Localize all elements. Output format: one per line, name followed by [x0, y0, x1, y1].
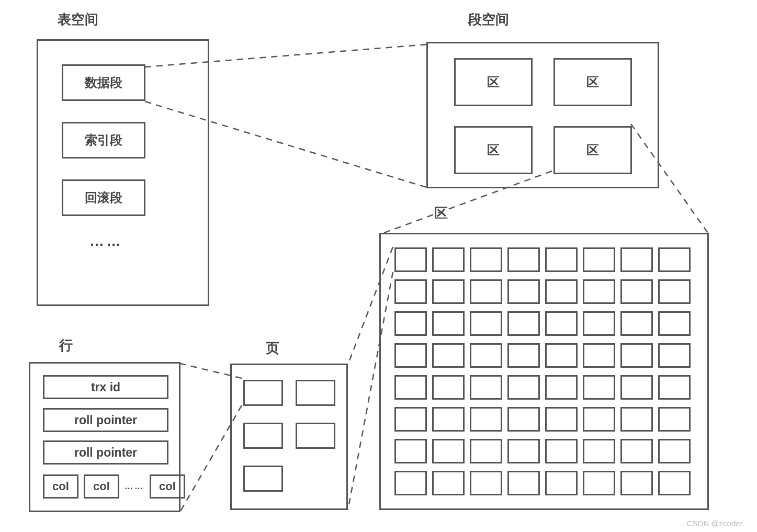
segmentspace-grid: 区 区 区 区: [454, 58, 632, 174]
extent-page-cell: [394, 375, 427, 400]
extent-page-cell: [658, 375, 691, 400]
extent-page-cell: [394, 471, 427, 495]
page-cell: [296, 423, 335, 449]
extent-page-cell: [432, 311, 465, 336]
extent-page-cell: [507, 439, 540, 463]
tablespace-segment-data: 数据段: [62, 64, 145, 101]
page-cell: [243, 423, 283, 449]
extent-page-cell: [507, 247, 540, 272]
extent-page-cell: [658, 279, 691, 304]
extent-page-cell: [583, 407, 615, 432]
extent-title: 区: [434, 204, 448, 222]
extent-page-cell: [394, 279, 427, 304]
row-col-ellipsis: ……: [125, 482, 144, 491]
segmentspace-cell: 区: [454, 58, 533, 106]
extent-page-cell: [620, 375, 653, 400]
tablespace-ellipsis: ……: [89, 233, 123, 250]
extent-page-cell: [545, 407, 578, 432]
extent-page-cell: [658, 343, 691, 368]
extent-page-cell: [507, 279, 540, 304]
extent-page-cell: [583, 247, 615, 272]
extent-page-cell: [507, 375, 540, 400]
extent-page-cell: [583, 375, 615, 400]
extent-page-cell: [583, 311, 615, 336]
row-col: col: [150, 474, 185, 499]
extent-page-cell: [620, 247, 653, 272]
extent-page-cell: [470, 471, 502, 495]
extent-page-cell: [545, 343, 578, 368]
extent-page-cell: [583, 471, 615, 495]
extent-page-cell: [432, 247, 465, 272]
extent-page-cell: [394, 311, 427, 336]
extent-page-cell: [583, 439, 615, 463]
page-title: 页: [266, 339, 279, 357]
extent-page-cell: [394, 343, 427, 368]
extent-page-cell: [394, 247, 427, 272]
extent-page-cell: [658, 311, 691, 336]
extent-page-cell: [658, 471, 691, 495]
extent-page-cell: [394, 407, 427, 432]
row-cols-row: col col …… col: [43, 474, 185, 499]
extent-page-cell: [470, 343, 502, 368]
segmentspace-cell: 区: [553, 126, 632, 174]
extent-page-cell: [583, 279, 615, 304]
extent-container: [379, 233, 709, 510]
tablespace-container: 数据段 索引段 回滚段 ……: [37, 39, 209, 306]
extent-page-cell: [658, 247, 691, 272]
extent-page-cell: [620, 407, 653, 432]
page-cell: [243, 380, 283, 406]
row-container: trx id roll pointer roll pointer col col…: [29, 362, 180, 512]
row-field-rollpointer2: roll pointer: [43, 440, 168, 465]
segmentspace-container: 区 区 区 区: [426, 42, 659, 188]
extent-page-cell: [583, 343, 615, 368]
extent-page-cell: [507, 311, 540, 336]
extent-page-cell: [620, 439, 653, 463]
extent-page-cell: [470, 407, 502, 432]
extent-page-cell: [620, 311, 653, 336]
page-cell: [296, 380, 335, 406]
extent-pages-grid: [394, 247, 691, 495]
extent-page-cell: [658, 439, 691, 463]
tablespace-title: 表空间: [58, 10, 98, 29]
extent-page-cell: [432, 471, 465, 495]
extent-page-cell: [432, 279, 465, 304]
extent-page-cell: [432, 343, 465, 368]
extent-page-cell: [545, 279, 578, 304]
page-container: [230, 364, 348, 510]
row-field-rollpointer1: roll pointer: [43, 408, 168, 432]
extent-page-cell: [620, 471, 653, 495]
extent-page-cell: [620, 343, 653, 368]
extent-page-cell: [432, 407, 465, 432]
extent-page-cell: [545, 375, 578, 400]
extent-page-cell: [470, 279, 502, 304]
extent-page-cell: [470, 375, 502, 400]
extent-page-cell: [432, 439, 465, 463]
extent-page-cell: [545, 471, 578, 495]
extent-page-cell: [470, 247, 502, 272]
extent-page-cell: [470, 439, 502, 463]
extent-page-cell: [432, 375, 465, 400]
segmentspace-title: 段空间: [468, 10, 509, 29]
segmentspace-cell: 区: [454, 126, 533, 174]
extent-page-cell: [545, 439, 578, 463]
extent-page-cell: [470, 311, 502, 336]
row-title: 行: [59, 336, 73, 355]
tablespace-segment-index: 索引段: [62, 122, 145, 159]
page-cell: [243, 466, 283, 492]
row-col: col: [43, 474, 78, 499]
extent-page-cell: [507, 471, 540, 495]
segmentspace-cell: 区: [553, 58, 632, 106]
row-field-trxid: trx id: [43, 375, 168, 399]
row-col: col: [84, 474, 119, 499]
extent-page-cell: [507, 407, 540, 432]
tablespace-segment-rollback: 回滚段: [62, 179, 145, 216]
extent-page-cell: [394, 439, 427, 463]
extent-page-cell: [658, 407, 691, 432]
watermark-text: CSDN @zcoder.: [687, 519, 744, 528]
extent-page-cell: [507, 343, 540, 368]
extent-page-cell: [620, 279, 653, 304]
extent-page-cell: [545, 247, 578, 272]
extent-page-cell: [545, 311, 578, 336]
